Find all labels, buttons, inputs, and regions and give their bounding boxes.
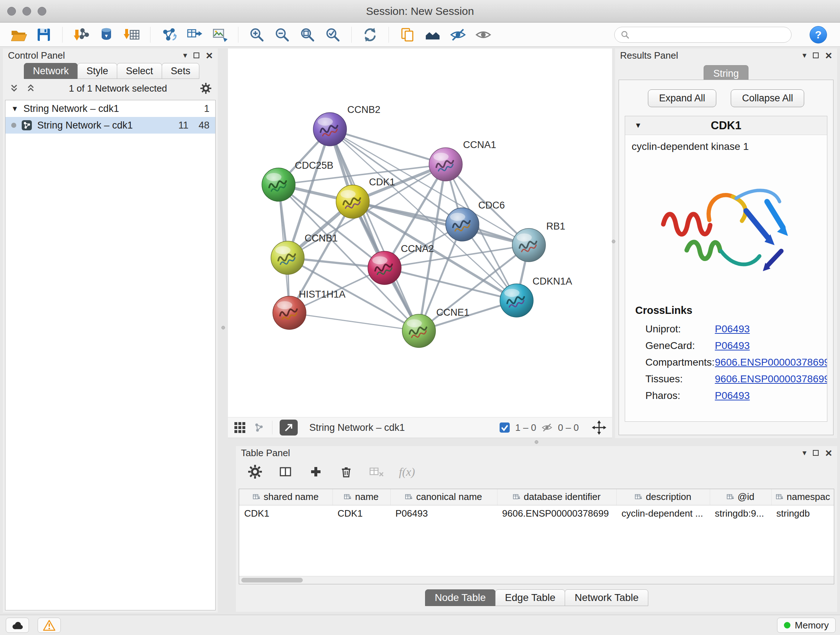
- delete-table-button[interactable]: [368, 463, 385, 480]
- hidden-eye-icon[interactable]: [541, 422, 553, 433]
- zoom-fit-button[interactable]: [297, 25, 318, 44]
- crosslink-link[interactable]: P06493: [715, 390, 750, 402]
- gear-icon[interactable]: [200, 82, 212, 95]
- minimize-window-button[interactable]: [22, 7, 31, 16]
- network-node-ccne1[interactable]: CCNE1: [402, 307, 470, 348]
- hide-selected-button[interactable]: [447, 25, 469, 44]
- network-edge[interactable]: [289, 313, 419, 331]
- open-session-button[interactable]: [8, 25, 29, 44]
- column-label: shared name: [264, 491, 319, 502]
- column-label: description: [646, 491, 691, 502]
- network-node-cdk1[interactable]: CDK1: [336, 177, 395, 218]
- column-header-name[interactable]: name: [332, 489, 390, 505]
- crosslink-row: Pharos: P06493: [625, 387, 827, 404]
- splitter-handle[interactable]: [221, 326, 225, 329]
- memory-label: Memory: [795, 620, 829, 631]
- panel-menu-icon[interactable]: ▾: [802, 449, 806, 457]
- tab-sets[interactable]: Sets: [162, 63, 199, 79]
- collapse-all-button[interactable]: Collapse All: [731, 89, 804, 107]
- crosslink-link[interactable]: P06493: [715, 340, 750, 352]
- network-node-ccna1[interactable]: CCNA1: [429, 139, 496, 181]
- column-header-description[interactable]: description: [616, 489, 710, 505]
- network-node-ccnb1[interactable]: CCNB1: [271, 233, 338, 274]
- zoom-selected-button[interactable]: [322, 25, 343, 44]
- network-edge[interactable]: [330, 129, 446, 165]
- import-table-button[interactable]: [121, 25, 142, 44]
- scrollbar-thumb[interactable]: [241, 578, 303, 583]
- tab-edge-table[interactable]: Edge Table: [495, 589, 565, 606]
- table-panel: Table Panel ▾ × f(x): [236, 446, 837, 612]
- warning-button[interactable]: [38, 618, 61, 633]
- tree-expand-icon[interactable]: ▼: [11, 105, 19, 113]
- crosslink-link[interactable]: 9606.ENSP00000378699: [715, 356, 827, 368]
- network-table-button[interactable]: [184, 25, 205, 44]
- tab-node-table[interactable]: Node Table: [425, 589, 496, 606]
- save-session-button[interactable]: [33, 25, 54, 44]
- network-edge[interactable]: [330, 129, 419, 331]
- search-input[interactable]: [633, 29, 785, 40]
- column-header-database-identifier[interactable]: database identifier: [497, 489, 616, 505]
- share-icon[interactable]: [253, 422, 265, 433]
- zoom-window-button[interactable]: [38, 7, 46, 16]
- collapse-entry-icon[interactable]: ▼: [635, 121, 642, 130]
- column-header-shared-name[interactable]: shared name: [239, 489, 332, 505]
- open-external-button[interactable]: [279, 420, 298, 435]
- float-panel-icon[interactable]: [813, 450, 819, 456]
- crosslink-link[interactable]: P06493: [715, 323, 750, 335]
- delete-column-button[interactable]: [338, 463, 355, 480]
- network-node-hist1h1a[interactable]: HIST1H1A: [273, 289, 346, 329]
- column-header-id[interactable]: @id: [710, 489, 771, 505]
- table-row[interactable]: CDK1 CDK1 P06493 9606.ENSP00000378699 cy…: [239, 505, 834, 522]
- network-node-rb1[interactable]: RB1: [512, 221, 565, 262]
- column-label: canonical name: [416, 491, 482, 502]
- protein-entry-header[interactable]: ▼ CDK1: [625, 116, 827, 135]
- network-node-cdkn1a[interactable]: CDKN1A: [500, 276, 572, 317]
- selected-checkbox-icon[interactable]: [499, 422, 510, 433]
- horizontal-scrollbar: [239, 576, 834, 584]
- copy-documents-button[interactable]: [397, 25, 418, 44]
- close-panel-icon[interactable]: ×: [206, 50, 213, 61]
- apply-layout-button[interactable]: [360, 25, 381, 44]
- expand-all-icon[interactable]: [25, 83, 36, 94]
- grid-icon[interactable]: [234, 421, 246, 434]
- table-settings-button[interactable]: [247, 463, 264, 480]
- collapse-all-icon[interactable]: [9, 83, 19, 94]
- network-from-selection-button[interactable]: [158, 25, 180, 44]
- splitter-handle[interactable]: [535, 440, 538, 444]
- tab-network-table[interactable]: Network Table: [565, 589, 648, 606]
- zoom-out-button[interactable]: [272, 25, 293, 44]
- expand-all-button[interactable]: Expand All: [648, 89, 717, 107]
- column-header-canonical-name[interactable]: canonical name: [390, 489, 497, 505]
- close-window-button[interactable]: [7, 7, 16, 16]
- birdseye-view-button[interactable]: [422, 25, 443, 44]
- close-panel-icon[interactable]: ×: [825, 447, 832, 459]
- tab-select[interactable]: Select: [117, 63, 162, 79]
- close-panel-icon[interactable]: ×: [825, 50, 832, 61]
- float-panel-icon[interactable]: [813, 52, 819, 58]
- network-canvas[interactable]: CCNB2CCNA1CDC25BCDK1CDC6RB1CCNB1CCNA2CDK…: [228, 49, 612, 417]
- pan-crosshair-icon[interactable]: [592, 420, 606, 435]
- show-columns-button[interactable]: [277, 463, 294, 480]
- add-column-button[interactable]: [308, 463, 324, 480]
- zoom-in-button[interactable]: [246, 25, 267, 44]
- documents-icon: [399, 26, 416, 43]
- crosslink-link[interactable]: 9606.ENSP00000378699: [715, 373, 827, 385]
- function-builder-button[interactable]: f(x): [399, 463, 415, 480]
- import-network-database-button[interactable]: [96, 25, 117, 44]
- float-panel-icon[interactable]: [194, 52, 199, 58]
- cloud-button[interactable]: [6, 618, 29, 633]
- splitter-handle[interactable]: [612, 240, 615, 243]
- network-row[interactable]: String Network – cdk1 11 48: [5, 117, 215, 134]
- tab-network[interactable]: Network: [24, 63, 78, 79]
- memory-button[interactable]: Memory: [777, 618, 836, 633]
- network-collection-row[interactable]: ▼ String Network – cdk1 1: [5, 100, 215, 117]
- column-header-namespace[interactable]: namespac: [771, 489, 834, 505]
- help-button[interactable]: ?: [810, 26, 827, 43]
- panel-menu-icon[interactable]: ▾: [802, 51, 806, 59]
- export-image-button[interactable]: [209, 25, 230, 44]
- tab-style[interactable]: Style: [77, 63, 117, 79]
- image-icon: [211, 26, 228, 43]
- import-network-file-button[interactable]: [71, 25, 92, 44]
- panel-menu-icon[interactable]: ▾: [183, 51, 187, 59]
- show-all-button[interactable]: [473, 25, 494, 44]
